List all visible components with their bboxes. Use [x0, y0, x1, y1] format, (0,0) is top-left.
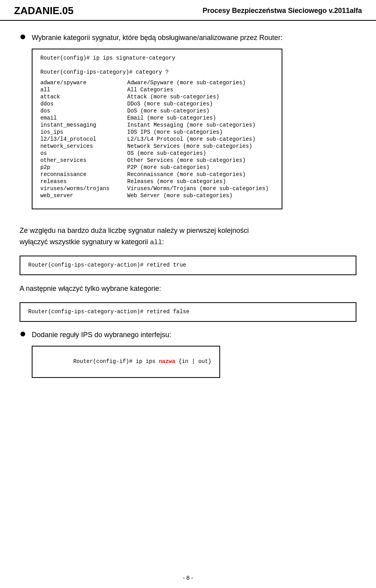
category-value: Other Services (more sub-categories) [127, 157, 274, 164]
section2-text3: : [162, 238, 164, 246]
category-value: Network Services (more sub-categories) [127, 143, 274, 150]
category-row: web_serverWeb Server (more sub-categorie… [40, 192, 274, 199]
category-value: Reconnaissance (more sub-categories) [127, 171, 274, 178]
page-footer: - 8 - [0, 574, 376, 581]
category-row: l2/l3/l4_protocolL2/L3/L4 Protocol (more… [40, 136, 274, 143]
category-key: dos [40, 107, 127, 114]
category-row: allAll Categories [40, 86, 274, 93]
category-value: Instant Messaging (more sub-categories) [127, 122, 274, 129]
code-box-1: Router(config)# ip ips signature-categor… [32, 49, 282, 209]
code-line-blank [40, 62, 274, 68]
section2-inline: all [150, 239, 162, 246]
code-box-3: Router(config-ips-category-action)# reti… [20, 302, 356, 322]
category-value: IOS IPS (more sub-categories) [127, 129, 274, 136]
bullet-1-text: Wybranie kategorii sygnatur, które będą … [32, 34, 282, 42]
category-key: p2p [40, 164, 127, 171]
bullet-dot-1: ● [20, 31, 26, 42]
category-row: p2pP2P (more sub-categories) [40, 164, 274, 171]
code-part3: {in | out} [175, 358, 211, 365]
code-line-2: Router(config-ips-category)# category ? [40, 69, 274, 75]
page-header: ZADANIE.05 Procesy Bezpieczeństwa Siecio… [0, 0, 376, 21]
code-line-3: Router(config-ips-category-action)# reti… [28, 262, 348, 268]
bullet-2: ● Dodanie reguły IPS do wybranego interf… [20, 330, 356, 386]
footer-text: - 8 - [183, 574, 193, 581]
category-key: reconnaissance [40, 171, 127, 178]
page-content: ● Wybranie kategorii sygnatur, które będ… [0, 21, 376, 409]
category-row: other_servicesOther Services (more sub-c… [40, 157, 274, 164]
category-key: ddos [40, 100, 127, 107]
bullet-dot-2: ● [20, 328, 26, 339]
category-key: l2/l3/l4_protocol [40, 136, 127, 143]
category-value: Releases (more sub-categories) [127, 178, 274, 185]
category-row: instant_messagingInstant Messaging (more… [40, 122, 274, 129]
category-key: all [40, 86, 127, 93]
code-line-5: Router(config-if)# ip ips nazwa {in | ou… [40, 352, 212, 371]
category-value: Email (more sub-categories) [127, 114, 274, 122]
code-box-4: Router(config-if)# ip ips nazwa {in | ou… [32, 346, 220, 378]
code-line-1: Router(config)# ip ips signature-categor… [40, 55, 274, 61]
section2-text2: wyłączyć wszystkie sygnatury w kategorii [20, 238, 150, 246]
category-value: DDoS (more sub-categories) [127, 100, 274, 107]
category-row: reconnaissanceReconnaissance (more sub-c… [40, 171, 274, 178]
category-key: viruses/worms/trojans [40, 185, 127, 192]
category-key: adware/spyware [40, 79, 127, 86]
category-value: L2/L3/L4 Protocol (more sub-categories) [127, 136, 274, 143]
category-key: other_services [40, 157, 127, 164]
bullet-2-text: Dodanie reguły IPS do wybranego interfej… [32, 331, 171, 339]
category-table: adware/spywareAdware/Spyware (more sub-c… [40, 79, 274, 199]
category-value: Adware/Spyware (more sub-categories) [127, 79, 274, 86]
category-key: attack [40, 93, 127, 100]
section3-text1: A następnie włączyć tylko wybrane katego… [20, 285, 161, 292]
section2-text1: Ze względu na bardzo duża liczbę sygnatu… [20, 227, 249, 234]
category-row: dosDoS (more sub-categories) [40, 107, 274, 114]
category-value: P2P (more sub-categories) [127, 164, 274, 171]
category-value: Web Server (more sub-categories) [127, 192, 274, 199]
category-row: network_servicesNetwork Services (more s… [40, 143, 274, 150]
category-value: DoS (more sub-categories) [127, 107, 274, 114]
category-row: viruses/worms/trojansViruses/Worms/Troja… [40, 185, 274, 192]
code-line-4: Router(config-ips-category-action)# reti… [28, 309, 348, 315]
bullet-1: ● Wybranie kategorii sygnatur, które będ… [20, 33, 356, 217]
category-key: email [40, 114, 127, 122]
code-part2: nazwa [159, 358, 175, 365]
section3-text: A następnie włączyć tylko wybrane katego… [20, 283, 356, 294]
category-row: adware/spywareAdware/Spyware (more sub-c… [40, 79, 274, 86]
category-key: os [40, 150, 127, 157]
code-part1: Router(config-if)# ip ips [73, 358, 159, 365]
category-row: attackAttack (more sub-categories) [40, 93, 274, 100]
category-key: network_services [40, 143, 127, 150]
category-key: instant_messaging [40, 122, 127, 129]
category-row: ios_ipsIOS IPS (more sub-categories) [40, 129, 274, 136]
category-key: ios_ips [40, 129, 127, 136]
category-row: releasesReleases (more sub-categories) [40, 178, 274, 185]
category-value: Viruses/Worms/Trojans (more sub-categori… [127, 185, 274, 192]
category-row: osOS (more sub-categories) [40, 150, 274, 157]
category-row: emailEmail (more sub-categories) [40, 114, 274, 122]
category-value: All Categories [127, 86, 274, 93]
category-value: OS (more sub-categories) [127, 150, 274, 157]
category-value: Attack (more sub-categories) [127, 93, 274, 100]
doc-id: ZADANIE.05 [14, 5, 74, 17]
category-key: web_server [40, 192, 127, 199]
category-key: releases [40, 178, 127, 185]
code-box-2: Router(config-ips-category-action)# reti… [20, 256, 356, 275]
section2-text: Ze względu na bardzo duża liczbę sygnatu… [20, 225, 356, 248]
doc-title: Procesy Bezpieczeństwa Sieciowego v.2011… [202, 7, 362, 15]
category-row: ddosDDoS (more sub-categories) [40, 100, 274, 107]
